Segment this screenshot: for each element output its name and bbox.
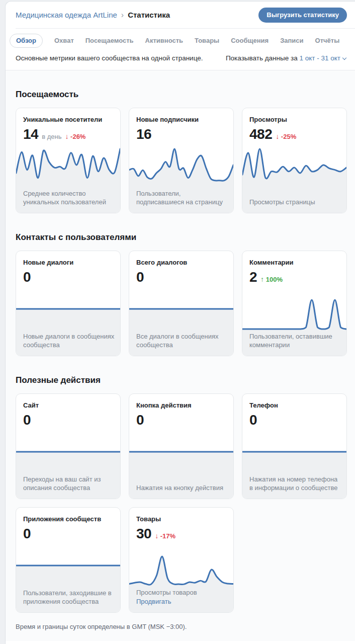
arrow-down-icon: ↓ [155, 532, 158, 540]
card-caption: Пользователи, оставившие комментарии [249, 332, 342, 350]
card-title: Сайт [16, 394, 120, 409]
tab-posts[interactable]: Записи [280, 37, 303, 44]
card-value: 0 [23, 412, 31, 428]
tab-overview[interactable]: Обзор [10, 34, 43, 48]
page-title: Статистика [128, 11, 170, 19]
card-title: Просмотры [242, 108, 346, 123]
breadcrumb: Медицинская одежда ArtLine › Статистика [16, 11, 170, 20]
card-site: Сайт 0 Переходы на ваш сайт из описания … [16, 393, 121, 499]
card-value: 0 [249, 412, 257, 428]
card-value: 16 [136, 126, 151, 142]
card-goods: Товары 30 ↓ -17% Просмотры товаров Продв… [129, 507, 234, 613]
arrow-up-icon: ↑ [260, 275, 264, 283]
card-value: 0 [23, 526, 31, 542]
card-title: Кнопка действия [129, 394, 233, 409]
tab-goods[interactable]: Товары [195, 37, 219, 44]
period-value[interactable]: 1 окт - 31 окт [299, 54, 340, 62]
tab-visits[interactable]: Посещаемость [85, 37, 134, 44]
overview-subtitle: Основные метрики вашего сообщества на од… [16, 54, 203, 62]
card-value: 0 [136, 412, 144, 428]
cards-row-visits: Уникальные посетители 14 в день ↓ -26% С… [16, 108, 347, 213]
delta-badge: ↑ 100% [260, 275, 283, 283]
tabs-nav: Обзор Охват Посещаемость Активность Това… [6, 29, 355, 51]
export-statistics-button[interactable]: Выгрузить статистику [258, 8, 347, 23]
card-caption: Все диалоги в сообщениях сообщества [136, 332, 229, 350]
card-value: 0 [136, 269, 144, 285]
card-value: 2 [249, 269, 257, 285]
card-caption: Просмотры товаров Продвигать [136, 588, 229, 606]
card-caption: Просмотры страницы [249, 198, 342, 207]
card-new-subscribers: Новые подписчики 16 Пользователи, подпис… [129, 108, 234, 213]
card-unique-visitors: Уникальные посетители 14 в день ↓ -26% С… [16, 108, 121, 213]
arrow-down-icon: ↓ [65, 132, 68, 140]
card-caption: Новые диалоги в сообщениях сообщества [23, 332, 116, 350]
statistics-page: Медицинская одежда ArtLine › Статистика … [5, 1, 355, 644]
card-caption: Нажатия на номер телефона в информации о… [249, 475, 342, 493]
card-value: 482 [249, 126, 272, 142]
delta-badge: ↓ -17% [155, 532, 175, 540]
card-value: 14 [23, 126, 38, 142]
tab-reach[interactable]: Охват [54, 37, 74, 44]
card-caption: Пользователи, заходившие в приложения со… [23, 589, 116, 606]
sub-bar: Основные метрики вашего сообщества на од… [6, 51, 355, 70]
section-heading-visits: Посещаемость [16, 70, 347, 100]
card-title: Всего диалогов [129, 251, 233, 266]
card-caption: Переходы на ваш сайт из описания сообщес… [23, 475, 116, 493]
card-views: Просмотры 482 ↓ -25% Просмотры страницы [242, 108, 347, 213]
top-bar: Медицинская одежда ArtLine › Статистика … [6, 2, 355, 28]
card-action-button: Кнопка действия 0 Нажатия на кнопку дейс… [129, 393, 234, 499]
card-title: Новые подписчики [129, 108, 233, 123]
cards-grid-useful-actions: Сайт 0 Переходы на ваш сайт из описания … [16, 393, 347, 613]
card-comments: Комментарии 2 ↑ 100% Пользователи, остав… [242, 251, 347, 356]
breadcrumb-separator: › [121, 11, 124, 20]
card-caption: Нажатия на кнопку действия [136, 484, 229, 493]
card-title: Комментарии [242, 251, 346, 266]
card-title: Уникальные посетители [16, 108, 120, 123]
tab-reports[interactable]: Отчёты [315, 37, 340, 44]
section-heading-useful-actions: Полезные действия [16, 356, 347, 385]
arrow-down-icon: ↓ [276, 132, 279, 140]
delta-badge: ↓ -26% [65, 132, 85, 140]
card-caption-text: Просмотры товаров [136, 589, 197, 596]
card-title: Новые диалоги [16, 251, 120, 266]
breadcrumb-community-link[interactable]: Медицинская одежда ArtLine [16, 11, 117, 19]
cards-row-contacts: Новые диалоги 0 Новые диалоги в сообщени… [16, 251, 347, 356]
card-value: 0 [23, 269, 31, 285]
card-total-dialogs: Всего диалогов 0 Все диалоги в сообщения… [129, 251, 234, 356]
period-prefix: Показывать данные за [226, 54, 298, 62]
delta-badge: ↓ -25% [276, 132, 296, 140]
card-caption: Среднее количество уникальных пользовате… [23, 189, 116, 207]
promote-link[interactable]: Продвигать [136, 597, 171, 606]
chevron-down-icon [342, 56, 346, 60]
card-title: Приложения сообществ [16, 508, 120, 523]
card-phone: Телефон 0 Нажатия на номер телефона в ин… [242, 393, 347, 499]
timezone-note: Время и границы суток определены в GMT (… [16, 613, 347, 630]
card-caption: Пользователи, подписавшиеся на страницу [136, 189, 229, 207]
content-area: Посещаемость Уникальные посетители 14 в … [6, 70, 355, 641]
card-value-suffix: в день [42, 133, 61, 140]
card-new-dialogs: Новые диалоги 0 Новые диалоги в сообщени… [16, 251, 121, 356]
tab-messages[interactable]: Сообщения [231, 37, 269, 44]
card-title: Товары [129, 508, 233, 523]
card-title: Телефон [242, 394, 346, 409]
section-heading-contacts: Контакты с пользователями [16, 213, 347, 243]
period-selector[interactable]: Показывать данные за 1 окт - 31 окт [226, 54, 346, 62]
tab-activity[interactable]: Активность [145, 37, 183, 44]
card-community-apps: Приложения сообществ 0 Пользователи, зах… [16, 507, 121, 613]
card-value: 30 [136, 526, 151, 542]
